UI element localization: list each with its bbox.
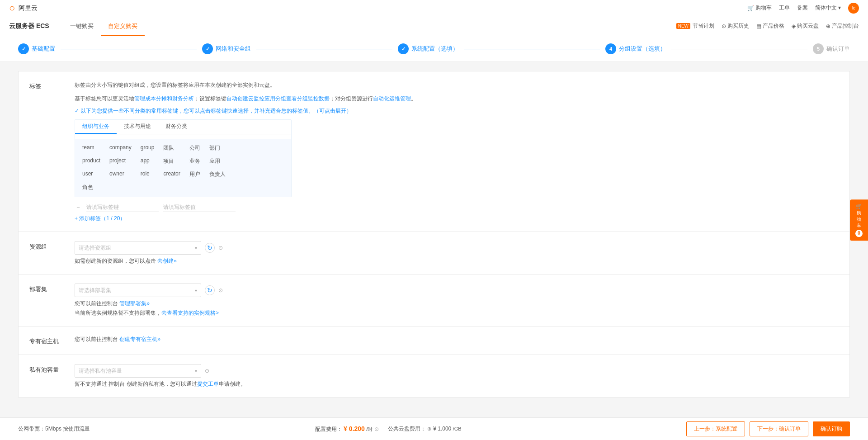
tag-cost-link[interactable]: 管理成本分摊和财务分析 — [134, 95, 194, 102]
step-4-circle: 4 — [605, 43, 616, 54]
tag-expand-toggle[interactable]: ✓ 以下为您提供一些不同分类的常用标签键，您可以点击标签键快速选择，并补充适合您… — [75, 108, 352, 114]
resource-group-refresh-button[interactable]: ↻ — [205, 243, 215, 253]
step-4: 4 分组设置（选填） — [605, 43, 666, 54]
deployment-dropdown-arrow-icon: ▾ — [195, 288, 197, 293]
new-badge: NEW — [676, 23, 690, 29]
tag-item-role[interactable]: role — [138, 170, 157, 179]
submit-ticket-link[interactable]: 提交工单 — [197, 381, 219, 387]
float-cart-label: 购物车 — [852, 210, 866, 229]
tag-item-project[interactable]: project — [107, 156, 134, 166]
workorder-link[interactable]: 工单 — [779, 4, 790, 12]
step-5: 5 确认订单 — [813, 43, 850, 54]
step-3-circle: ✓ — [398, 43, 409, 54]
step-line-1-2 — [61, 49, 197, 49]
dedicated-host-subtext: 您可以前往控制台 创建专有宿主机» — [75, 336, 839, 343]
tag-section: 标签 标签由分大小写的键值对组成，您设置的标签将应用在本次创建的全部实例和云盘。… — [18, 71, 850, 232]
step-1-circle: ✓ — [18, 43, 29, 54]
tag-tab-finance[interactable]: 财务分类 — [158, 120, 194, 134]
private-pool-subtext: 暂不支持通过 控制台 创建新的私有池，您可以通过提交工单申请创建。 — [75, 380, 839, 388]
tag-item-app[interactable]: app — [138, 156, 157, 166]
deployment-set-content: 请选择部署集 ▾ ↻ ⊙ 您可以前往控制台 管理部署集» 当前所选实例规格暂不支… — [75, 284, 839, 317]
tag-key-input[interactable] — [86, 203, 159, 212]
back-button[interactable]: 上一步：系统配置 — [686, 421, 745, 434]
tab-custom-buy[interactable]: 自定义购买 — [101, 16, 145, 36]
tag-desc-1: 标签由分大小写的键值对组成，您设置的标签将应用在本次创建的全部实例和云盘。 — [75, 80, 839, 90]
tag-item-creator[interactable]: creator — [160, 170, 183, 179]
tag-item-xiangmu[interactable]: 项目 — [160, 156, 183, 166]
resource-group-subtext: 如需创建新的资源组，您可以点击 去创建» — [75, 257, 839, 265]
tag-item-bumen[interactable]: 部门 — [207, 143, 228, 153]
product-price-link[interactable]: ▤ 产品价格 — [756, 22, 784, 30]
tag-item-yonghu[interactable]: 用户 — [187, 170, 203, 179]
logo-area: ○ 阿里云 — [9, 2, 38, 14]
icp-link[interactable]: 备案 — [797, 4, 808, 12]
tag-item-user[interactable]: user — [80, 170, 103, 179]
tag-tab-org[interactable]: 组织与业务 — [75, 120, 117, 134]
step-3-label: 系统配置（选填） — [411, 45, 458, 53]
deployment-set-refresh-button[interactable]: ↻ — [205, 285, 215, 295]
tag-remove-icon[interactable]: － — [75, 203, 82, 212]
private-pool-dropdown[interactable]: 请选择私有池容量 ▾ — [75, 364, 201, 378]
tag-expand: ✓ 以下为您提供一些不同分类的常用标签键，您可以点击标签键快速选择，并补充适合您… — [75, 107, 839, 115]
tag-item-company[interactable]: company — [107, 143, 134, 153]
tag-item-team[interactable]: team — [80, 143, 103, 153]
step-5-label: 确认订单 — [826, 45, 850, 53]
confirm-order-button[interactable]: 确认订购 — [813, 421, 850, 434]
tag-value-input[interactable] — [163, 203, 236, 212]
tag-monitor-link[interactable]: 自动创建云监控应用分组查看分组监控数据 — [226, 95, 330, 102]
step-2: ✓ 网络和安全组 — [202, 43, 251, 54]
saving-plan-link[interactable]: NEW节省计划 — [676, 22, 714, 30]
private-pool-help-icon[interactable]: ⊙ — [205, 368, 209, 374]
private-pool-placeholder: 请选择私有池容量 — [79, 367, 122, 375]
top-nav-right: 🛒 购物车 工单 备案 简体中文 ▾ Ie — [747, 3, 859, 14]
resource-group-dropdown[interactable]: 请选择资源组 ▾ — [75, 241, 201, 255]
second-nav: 云服务器 ECS 一键购买 自定义购买 NEW节省计划 ⊙ 购买历史 ▤ 产品价… — [0, 16, 868, 36]
tag-item-gongsi[interactable]: 公司 — [187, 143, 203, 153]
float-cart[interactable]: 🛒 购物车 0 — [850, 199, 868, 241]
resource-group-create-link[interactable]: 去创建» — [157, 258, 177, 264]
deployment-set-subtext-2: 当前所选实例规格暂不支持部署集，去查看支持的实例规格> — [75, 309, 839, 317]
buy-disk-link[interactable]: ◈ 购买云盘 — [792, 22, 819, 30]
config-fee-help-icon[interactable]: ⊙ — [374, 426, 379, 432]
resource-group-help-icon[interactable]: ⊙ — [218, 245, 223, 251]
deployment-set-subtext-1: 您可以前往控制台 管理部署集» — [75, 300, 839, 308]
disk-fee-label: 公共云盘费用： ⊙ ¥ 1.000 /GB — [388, 425, 462, 433]
tag-item-product[interactable]: product — [80, 156, 103, 166]
steps-bar: ✓ 基础配置 ✓ 网络和安全组 ✓ 系统配置（选填） 4 分组设置（选填） 5 … — [0, 36, 868, 62]
user-avatar[interactable]: Ie — [848, 3, 859, 14]
manage-deployment-link[interactable]: 管理部署集» — [119, 300, 150, 307]
tab-one-click-buy[interactable]: 一键购买 — [63, 16, 101, 36]
next-button[interactable]: 下一步：确认订单 — [750, 421, 808, 434]
step-2-label: 网络和安全组 — [216, 45, 251, 53]
tag-item-fuzeren[interactable]: 负责人 — [207, 170, 228, 179]
tag-label: 标签 — [29, 80, 75, 222]
tag-grid: team company group 团队 公司 部门 product proj… — [75, 139, 291, 197]
tag-tab-tech[interactable]: 技术与用途 — [117, 120, 158, 134]
tag-content: 标签由分大小写的键值对组成，您设置的标签将应用在本次创建的全部实例和云盘。 基于… — [75, 80, 839, 222]
step-1-label: 基础配置 — [32, 45, 55, 53]
product-console-link[interactable]: ⊕ 产品控制台 — [826, 22, 859, 30]
view-supported-specs-link[interactable]: 去查看支持的实例规格> — [161, 310, 219, 316]
config-fee-value: ¥ 0.200 — [344, 425, 365, 432]
tag-item-yingyong[interactable]: 应用 — [207, 156, 228, 166]
step-4-label: 分组设置（选填） — [619, 45, 666, 53]
footer-pricing: 配置费用： ¥ 0.200 /时 ⊙ 公共云盘费用： ⊙ ¥ 1.000 /GB — [315, 425, 462, 433]
private-pool-section: 私有池容量 请选择私有池容量 ▾ ⊙ 暂不支持通过 控制台 创建新的私有池，您可… — [18, 355, 850, 397]
deployment-set-help-icon[interactable]: ⊙ — [218, 287, 223, 293]
tag-item-tuandui[interactable]: 团队 — [160, 143, 183, 153]
shopping-cart-link[interactable]: 🛒 购物车 — [747, 4, 772, 12]
top-nav: ○ 阿里云 🛒 购物车 工单 备案 简体中文 ▾ Ie — [0, 0, 868, 16]
tag-item-owner[interactable]: owner — [107, 170, 134, 179]
tag-ops-link[interactable]: 自动化运维管理 — [373, 95, 411, 102]
tag-input-row: － — [75, 203, 839, 212]
language-selector[interactable]: 简体中文 ▾ — [815, 4, 841, 12]
purchase-history-link[interactable]: ⊙ 购买历史 — [722, 22, 749, 30]
tag-item-group[interactable]: group — [138, 143, 157, 153]
tag-item-juese[interactable]: 角色 — [80, 183, 103, 192]
tag-item-yewu[interactable]: 业务 — [187, 156, 203, 166]
tag-add-button[interactable]: + 添加标签（1 / 20） — [75, 215, 839, 222]
deployment-set-dropdown[interactable]: 请选择部署集 ▾ — [75, 284, 201, 297]
deployment-set-section: 部署集 请选择部署集 ▾ ↻ ⊙ 您可以前往控制台 管理部署集» 当前所选实例规… — [18, 274, 850, 326]
create-dedicated-host-link[interactable]: 创建专有宿主机» — [119, 336, 160, 342]
config-fee-label: 配置费用： ¥ 0.200 /时 ⊙ — [315, 425, 379, 433]
